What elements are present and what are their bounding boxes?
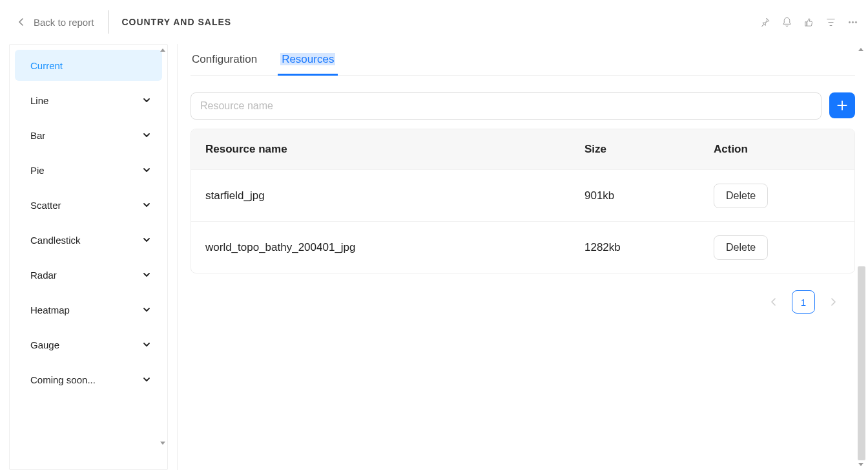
sidebar-item-label: Gauge: [30, 339, 59, 350]
table-row: starfield_jpg 901kb Delete: [191, 169, 854, 221]
sidebar-item-label: Bar: [30, 130, 45, 141]
svg-point-0: [849, 21, 850, 23]
chevron-down-icon: [143, 130, 150, 141]
chevron-down-icon: [143, 270, 150, 281]
scroll-up-icon: [160, 48, 165, 52]
scroll-down-icon: [160, 442, 165, 445]
chevron-left-icon: [18, 17, 25, 27]
tab-resources[interactable]: Resources: [279, 48, 336, 75]
filter-icon[interactable]: [823, 14, 838, 30]
cell-action: Delete: [699, 184, 854, 208]
sidebar-item-radar[interactable]: Radar: [15, 259, 162, 290]
add-resource-button[interactable]: [829, 92, 855, 118]
scroll-down-icon: [858, 463, 863, 466]
cell-name: starfield_jpg: [191, 189, 570, 202]
delete-button[interactable]: Delete: [714, 235, 768, 260]
resource-name-input[interactable]: [191, 92, 822, 120]
chevron-down-icon: [143, 95, 150, 106]
chevron-right-icon: [830, 297, 836, 306]
sidebar-item-label: Current: [30, 60, 63, 71]
back-label: Back to report: [34, 17, 94, 28]
sidebar-item-candlestick[interactable]: Candlestick: [15, 224, 162, 255]
cell-name: world_topo_bathy_200401_jpg: [191, 241, 570, 254]
chevron-down-icon: [143, 304, 150, 315]
page-next-button[interactable]: [824, 293, 842, 311]
tab-configuration[interactable]: Configuration: [191, 48, 258, 75]
svg-point-1: [852, 21, 853, 23]
col-resource-name: Resource name: [191, 143, 570, 156]
more-icon[interactable]: [845, 14, 860, 30]
plus-icon: [836, 99, 849, 112]
sidebar-item-pie[interactable]: Pie: [15, 155, 162, 186]
page-title: COUNTRY AND SALES: [121, 17, 231, 27]
tab-label: Configuration: [192, 53, 257, 65]
sidebar-item-label: Heatmap: [30, 304, 70, 315]
main-scrollbar[interactable]: [858, 47, 865, 467]
sidebar-item-gauge[interactable]: Gauge: [15, 329, 162, 360]
sidebar-item-label: Pie: [30, 165, 45, 176]
sidebar-item-line[interactable]: Line: [15, 85, 162, 116]
sidebar-item-label: Coming soon...: [30, 374, 96, 385]
col-action: Action: [699, 143, 854, 156]
back-to-report-link[interactable]: Back to report: [0, 10, 108, 34]
chevron-down-icon: [143, 235, 150, 246]
sidebar-item-current[interactable]: Current: [15, 50, 162, 81]
sidebar-scroll[interactable]: Current Line Bar Pie Scatter Candlestick: [10, 45, 167, 469]
svg-point-2: [855, 21, 856, 23]
sidebar-item-coming-soon[interactable]: Coming soon...: [15, 364, 162, 395]
sidebar-item-label: Scatter: [30, 200, 61, 211]
sidebar-item-heatmap[interactable]: Heatmap: [15, 294, 162, 325]
topbar: Back to report COUNTRY AND SALES: [0, 0, 868, 44]
pin-icon[interactable]: [757, 14, 772, 30]
delete-button[interactable]: Delete: [714, 184, 768, 208]
sidebar-item-bar[interactable]: Bar: [15, 120, 162, 151]
body-row: Current Line Bar Pie Scatter Candlestick: [0, 44, 868, 470]
chevron-down-icon: [143, 165, 150, 176]
chevron-down-icon: [143, 339, 150, 350]
chevron-down-icon: [143, 200, 150, 211]
thumbs-up-icon[interactable]: [801, 14, 816, 30]
main-panel: Configuration Resources Resource name Si…: [177, 44, 868, 470]
scrollbar-thumb[interactable]: [858, 266, 865, 460]
title-separator: [108, 10, 108, 34]
scroll-up-icon: [858, 48, 863, 51]
topbar-left: Back to report COUNTRY AND SALES: [0, 0, 231, 44]
sidebar-item-label: Radar: [30, 270, 57, 281]
chevron-down-icon: [143, 374, 150, 385]
bell-icon[interactable]: [779, 14, 794, 30]
sidebar-item-label: Line: [30, 95, 48, 106]
sidebar-scrollbar[interactable]: [160, 46, 166, 470]
page-number-1[interactable]: 1: [792, 290, 815, 314]
resources-table: Resource name Size Action starfield_jpg …: [191, 129, 855, 273]
page-prev-button[interactable]: [765, 293, 783, 311]
topbar-actions: [757, 14, 860, 30]
search-row: [191, 92, 855, 120]
sidebar: Current Line Bar Pie Scatter Candlestick: [9, 44, 168, 470]
tab-label: Resources: [280, 53, 335, 65]
cell-action: Delete: [699, 235, 854, 260]
table-row: world_topo_bathy_200401_jpg 1282kb Delet…: [191, 221, 854, 273]
chevron-left-icon: [770, 297, 777, 306]
col-size: Size: [570, 143, 699, 156]
cell-size: 901kb: [570, 189, 699, 202]
cell-size: 1282kb: [570, 241, 699, 254]
sidebar-item-scatter[interactable]: Scatter: [15, 189, 162, 220]
pagination: 1: [191, 290, 855, 314]
sidebar-item-label: Candlestick: [30, 235, 81, 246]
table-header: Resource name Size Action: [191, 129, 854, 169]
tabs: Configuration Resources: [191, 44, 855, 76]
